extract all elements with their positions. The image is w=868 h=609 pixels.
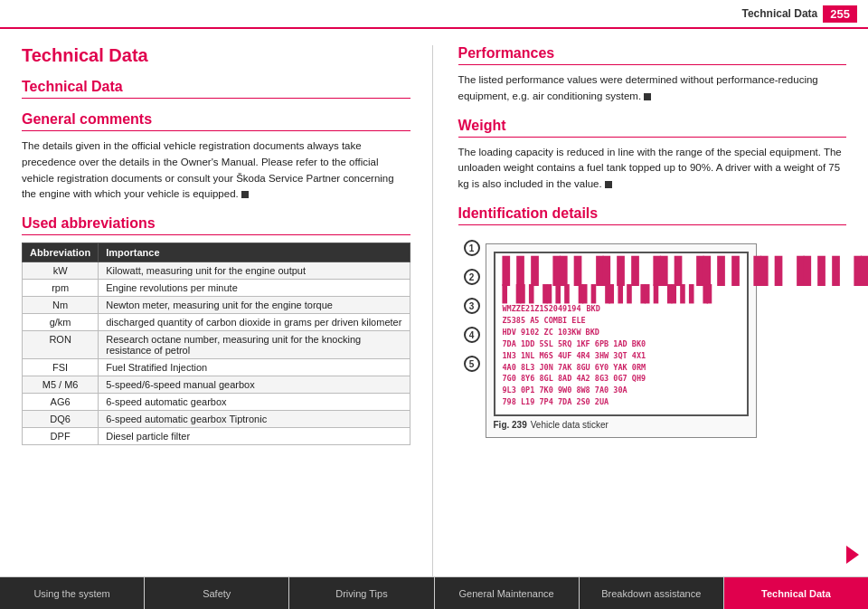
performances-title: Performances (458, 45, 847, 65)
right-column: Performances The listed performance valu… (433, 45, 847, 576)
sticker-row-5: 7DA 1DD 5SL 5RQ 1KF 6PB 1AD BK0 (503, 339, 740, 350)
sticker-row-6: 1N3 1NL M6S 4UF 4R4 3HW 3QT 4X1 (503, 351, 740, 362)
sticker-row-9: 9L3 0P1 7K0 9W0 8W8 7A0 30A (503, 385, 740, 396)
sticker-barcode2: ▌▐▌▌▐▌▌▌▐▌▌▐▌▌▌▐▌▌▐▌▌▌▐▌ (503, 286, 740, 302)
page-number: 255 (823, 5, 857, 23)
abbrev-cell: rpm (23, 280, 99, 297)
abbrev-cell: kW (23, 262, 99, 280)
end-square (241, 191, 249, 198)
footer-nav-item-driving-tips[interactable]: Driving Tips (289, 577, 434, 609)
fig-caption: Fig. 239 Vehicle data sticker (494, 420, 749, 430)
footer-nav-item-general-maintenance[interactable]: General Maintenance (435, 577, 580, 609)
sticker-inner: ▌▌▌▐▌▌▐▌▌▌▐▌▌▐▌▌▌▐▌▌▐▌▌▌▐▌▌▐▌ ▌▐▌▌▐▌▌▌▐▌… (494, 252, 749, 416)
importance-cell: discharged quantity of carbon dioxide in… (99, 314, 410, 331)
weight-title: Weight (458, 118, 847, 138)
sticker-row-10: 798 L19 7P4 7DA 2S0 2UA (503, 397, 740, 408)
col-abbreviation-header: Abbreviation (23, 243, 99, 262)
importance-cell: Research octane number, measuring unit f… (99, 331, 410, 359)
abbrev-cell: DPF (23, 428, 99, 445)
sticker-row-4: HDV 9102 ZC 103KW BKD (503, 328, 740, 338)
sticker-wrap: 12345 ▌▌▌▐▌▌▐▌▌▌▐▌▌▐▌▌▌▐▌▌▐▌▌▌▐▌▌▐▌ ▌▐▌▌… (486, 236, 847, 438)
table-row: NmNewton meter, measuring unit for the e… (23, 297, 410, 314)
footer-nav: Using the systemSafetyDriving TipsGenera… (0, 576, 868, 609)
performances-text: The listed performance values were deter… (458, 72, 847, 105)
identification-title: Identification details (458, 205, 847, 225)
end-square-performances (644, 93, 651, 100)
footer-nav-item-safety[interactable]: Safety (145, 577, 289, 609)
footer-nav-item-breakdown-assistance[interactable]: Breakdown assistance (580, 577, 724, 609)
abbrev-cell: RON (23, 331, 99, 359)
numbered-circles: 12345 (464, 240, 480, 372)
table-row: FSIFuel Stratified Injection (23, 359, 410, 376)
header-bar: Technical Data 255 (0, 0, 868, 29)
abbrev-cell: AG6 (23, 394, 99, 411)
arrow-right (846, 546, 859, 564)
importance-cell: 5-speed/6-speed manual gearbox (99, 376, 410, 394)
table-row: DQ66-speed automatic gearbox Tiptronic (23, 411, 410, 428)
abbrev-cell: FSI (23, 359, 99, 376)
footer-nav-item-technical-data[interactable]: Technical Data (724, 577, 868, 609)
section-abbreviations-title: Used abbreviations (22, 215, 410, 235)
weight-text: The loading capacity is reduced in line … (458, 145, 847, 193)
col-importance-header: Importance (99, 243, 410, 262)
main-content: Technical Data Technical Data General co… (0, 29, 868, 576)
end-square-weight (605, 181, 612, 188)
table-row: g/kmdischarged quantity of carbon dioxid… (23, 314, 410, 331)
importance-cell: Kilowatt, measuring unit for the engine … (99, 262, 410, 280)
section-general-comments-title: General comments (22, 111, 410, 131)
sticker-row-7: 4A0 8L3 J0N 7AK 8GU 6Y0 YAK 0RM (503, 363, 740, 374)
sticker-number-circle: 3 (464, 298, 480, 314)
table-row: M5 / M65-speed/6-speed manual gearbox (23, 376, 410, 394)
page-main-title: Technical Data (22, 45, 410, 66)
sticker-number-circle: 5 (464, 356, 480, 372)
general-comments-text: The details given in the official vehicl… (22, 138, 410, 203)
abbrev-cell: DQ6 (23, 411, 99, 428)
importance-cell: 6-speed automatic gearbox (99, 394, 410, 411)
table-row: kWKilowatt, measuring unit for the engin… (23, 262, 410, 280)
table-row: AG66-speed automatic gearbox (23, 394, 410, 411)
abbrev-cell: g/km (23, 314, 99, 331)
left-column: Technical Data Technical Data General co… (22, 45, 433, 576)
sticker-number-circle: 4 (464, 327, 480, 343)
header-title: Technical Data (741, 7, 817, 20)
importance-cell: Fuel Stratified Injection (99, 359, 410, 376)
sticker-row-3: Z5385 A5 COMBI ELE (503, 316, 740, 327)
sticker-row-8: 7G0 8Y6 8GL 8AD 4A2 8G3 0G7 QH9 (503, 374, 740, 385)
abbreviations-table: Abbreviation Importance kWKilowatt, meas… (22, 243, 410, 445)
sticker-row-1: WMZZE21Z1S2049194 BKD (503, 304, 740, 315)
table-row: RONResearch octane number, measuring uni… (23, 331, 410, 359)
footer-nav-item-using-the-system[interactable]: Using the system (0, 577, 145, 609)
abbrev-cell: Nm (23, 297, 99, 314)
sticker-number-circle: 2 (464, 269, 480, 285)
importance-cell: Engine revolutions per minute (99, 280, 410, 297)
abbrev-cell: M5 / M6 (23, 376, 99, 394)
importance-cell: Diesel particle filter (99, 428, 410, 445)
importance-cell: 6-speed automatic gearbox Tiptronic (99, 411, 410, 428)
sticker-barcode: ▌▌▌▐▌▌▐▌▌▌▐▌▌▐▌▌▌▐▌▌▐▌▌▌▐▌▌▐▌ (503, 259, 740, 284)
table-row: rpmEngine revolutions per minute (23, 280, 410, 297)
table-row: DPFDiesel particle filter (23, 428, 410, 445)
importance-cell: Newton meter, measuring unit for the eng… (99, 297, 410, 314)
sticker-number-circle: 1 (464, 240, 480, 256)
sticker-container: ▌▌▌▐▌▌▐▌▌▌▐▌▌▐▌▌▌▐▌▌▐▌▌▌▐▌▌▐▌ ▌▐▌▌▐▌▌▌▐▌… (486, 243, 757, 438)
section-technical-data-title: Technical Data (22, 79, 410, 99)
